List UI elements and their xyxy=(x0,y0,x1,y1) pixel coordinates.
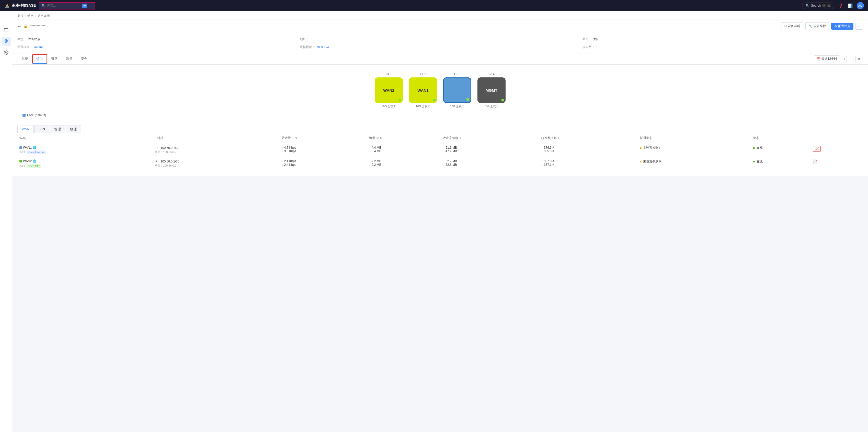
traffic-up-arrow-1: ↑ xyxy=(369,159,371,163)
cell-action-0[interactable]: 📈 xyxy=(811,143,863,157)
tab-system[interactable]: 系统 xyxy=(18,54,32,65)
global-search-pill[interactable]: 🔍 Search ⌘ K xyxy=(802,3,834,9)
wan-table: WAN IP地址 吞吐量 ⓘ ⇅ 流量 ⓘ xyxy=(18,133,863,171)
sub-tab-physical[interactable]: 物理 xyxy=(66,125,81,133)
globe-icon-0: 🌐 xyxy=(33,146,36,149)
sidebar-item-settings[interactable] xyxy=(2,48,11,57)
analytics-button[interactable]: 📊 xyxy=(847,3,852,8)
sub-tab-lan[interactable]: LAN xyxy=(34,125,49,133)
topnav-right: 🔍 Search ⌘ K ❓ 📊 AD xyxy=(802,2,864,9)
app-title: 南凌科技SASE xyxy=(12,3,36,8)
tab-traffic[interactable]: 流量 xyxy=(62,54,77,65)
throughput-down-1: 2.4 Kbps xyxy=(284,163,296,167)
chart-button-0[interactable]: 📈 xyxy=(813,146,821,152)
port-ge2-speed: 10G 全双工 xyxy=(416,104,430,108)
maintenance-button[interactable]: 🔧 设备维护 xyxy=(805,23,829,30)
cell-wan-name-0: WAN1 🌐 GE2 Nova Internet xyxy=(18,143,153,157)
time-range-selector[interactable]: 📅 最近12小时 xyxy=(814,56,840,62)
col-bytes: 收发字节数 ⇅ xyxy=(441,133,539,143)
search-pill-label: Search xyxy=(811,4,821,7)
sidebar-item-location[interactable] xyxy=(2,37,11,46)
meta-config-tpl: 配置模板： default xyxy=(18,44,298,50)
hostname-dropdown-arrow[interactable]: ▾ xyxy=(47,25,49,28)
spec-tpl-link[interactable]: NE900-4 xyxy=(317,45,329,49)
help-button[interactable]: ❓ xyxy=(838,3,843,8)
port-ge4-speed: 10G 全双工 xyxy=(484,104,499,108)
app-logo: 南凌科技SASE xyxy=(4,3,36,9)
tab-port[interactable]: 端口 xyxy=(32,54,47,64)
page-title-area: 🔒 b*******.*** ▾ xyxy=(24,24,49,28)
legend-dot-lan1 xyxy=(23,114,26,117)
pkts-down-arrow-1: ↓ xyxy=(541,163,543,167)
legend-label-lan1: LAN1(default) xyxy=(27,113,46,117)
packets-sort-icon[interactable]: ⇅ xyxy=(557,137,559,139)
pkts-up-1: 357.0 K xyxy=(544,159,554,163)
col-probe: 探测状态 xyxy=(638,133,751,143)
tab-security[interactable]: 安全 xyxy=(77,54,92,65)
meta-device-count: 设备数： 1 xyxy=(583,44,863,50)
col-packets: 收发数据包 ⇅ xyxy=(539,133,638,143)
port-label-1: GE1 xyxy=(20,165,25,168)
probe-status-1: 未设置探测IP xyxy=(643,160,661,163)
cell-status-0: 在线 xyxy=(751,143,811,157)
col-action xyxy=(811,133,863,143)
kbd-meta: ⌘ xyxy=(822,4,826,7)
port-cards: GE1 WAN2 10G 全双工 GE2 WAN1 10G 全双工 xyxy=(18,70,863,112)
isp-tag-0: Nova Internet xyxy=(26,151,46,154)
search-icon: 🔍 xyxy=(41,4,45,8)
pkts-down-arrow-0: ↓ xyxy=(541,149,543,153)
port-ge3-card[interactable] xyxy=(443,77,471,103)
table-row: WAN1 🌐 GE2 Nova Internet IP：100.55.0.1/3… xyxy=(18,143,863,157)
topnav-search-input[interactable] xyxy=(47,4,80,7)
more-button[interactable]: ··· xyxy=(856,23,863,30)
traffic-sort-icon[interactable]: ⇅ xyxy=(380,137,382,139)
time-next-button[interactable]: › xyxy=(849,56,854,62)
page-hostname: b*******.*** xyxy=(30,24,45,28)
sub-tab-wan[interactable]: WAN xyxy=(18,125,34,133)
throughput-up-0: 4.7 Kbps xyxy=(284,146,296,149)
sub-tab-manage[interactable]: 管理 xyxy=(50,125,65,133)
sidebar-item-monitor[interactable] xyxy=(2,26,11,35)
breadcrumb-sites[interactable]: 站点 xyxy=(27,14,33,18)
refresh-button[interactable]: ↺ xyxy=(856,56,863,62)
bytes-down-1: 32.8 MB xyxy=(445,163,457,167)
port-label-0: GE2 xyxy=(20,151,25,154)
meta-address: 地址： xyxy=(300,36,580,42)
port-legend: LAN1(default) xyxy=(18,113,863,117)
port-ge1-indicator xyxy=(399,99,401,101)
port-ge2-card[interactable]: WAN1 xyxy=(409,77,437,103)
wan-name-text-1: WAN2 xyxy=(23,159,32,163)
back-button[interactable]: ← xyxy=(18,24,22,29)
port-ge4-card[interactable]: MGMT xyxy=(477,77,505,103)
meta-section: 类型： 设备站点 地址： 区域： 大陆 配置模板： default 规格模板： … xyxy=(12,33,868,54)
svg-rect-2 xyxy=(4,28,8,31)
throughput-down-0: 3.5 Kbps xyxy=(284,149,296,153)
user-avatar[interactable]: AD xyxy=(857,2,864,9)
cell-packets-0: ↑ 376.6 K ↓ 365.3 K xyxy=(539,143,638,157)
bytes-sort-icon[interactable]: ⇅ xyxy=(459,137,461,139)
breadcrumb-monitor[interactable]: 监控 xyxy=(18,14,24,18)
config-tpl-link[interactable]: default xyxy=(34,45,43,49)
bytes-up-arrow-1: ↑ xyxy=(443,159,444,163)
port-ge1-card[interactable]: WAN2 xyxy=(375,77,403,103)
table-header: WAN IP地址 吞吐量 ⓘ ⇅ 流量 ⓘ xyxy=(18,133,863,143)
port-card-ge4: GE4 MGMT 10G 全双工 xyxy=(477,72,505,108)
tabs-bar: 系统 端口 链路 流量 安全 📅 最近12小时 ‹ › ↺ xyxy=(12,54,868,65)
sub-tabs: WAN LAN 管理 物理 xyxy=(12,122,868,133)
bytes-up-arrow-0: ↑ xyxy=(443,146,444,149)
meta-type: 类型： 设备站点 xyxy=(18,36,298,42)
throughput-sort-icon[interactable]: ⇅ xyxy=(295,137,297,139)
tab-link[interactable]: 链路 xyxy=(47,54,62,65)
throughput-up-1: 2.4 Kbps xyxy=(284,159,296,163)
meta-region: 区域： 大陆 xyxy=(583,36,863,42)
diagnostics-button[interactable]: ☑ 设备诊断 xyxy=(781,23,803,30)
traffic-down-arrow-1: ↓ xyxy=(369,163,371,167)
bytes-down-arrow-1: ↓ xyxy=(443,163,444,167)
topnav-search-submit[interactable]: ⟲ xyxy=(82,4,87,8)
probe-dot-0 xyxy=(640,147,642,149)
device-count-link[interactable]: 1 xyxy=(596,45,598,49)
time-prev-button[interactable]: ‹ xyxy=(842,56,846,62)
configure-button[interactable]: ⚙ 配置站点 xyxy=(831,23,854,30)
cell-action-1: 📈 xyxy=(811,157,863,171)
sidebar-collapse-btn[interactable]: › xyxy=(2,13,11,23)
